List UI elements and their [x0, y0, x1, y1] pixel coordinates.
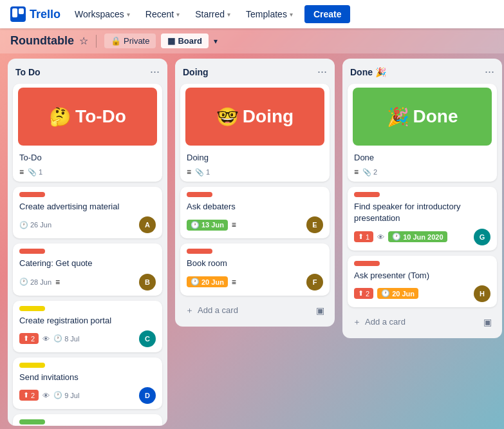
add-card-doing[interactable]: ＋ Add a card ▣ — [180, 301, 330, 320]
card-ask-debaters-title: Ask debaters — [187, 201, 323, 213]
svg-rect-2 — [19, 8, 24, 14]
starred-button[interactable]: Starred ▾ — [189, 5, 237, 23]
navbar: Trello Workspaces ▾ Recent ▾ Starred ▾ T… — [0, 0, 504, 28]
trello-logo-icon — [10, 6, 26, 22]
card-label-red — [187, 192, 212, 197]
date-item: 🕐 9 Jul — [53, 391, 79, 399]
avatar: G — [474, 229, 490, 245]
card-book-room[interactable]: Book room 🕐 20 Jun ≡ F — [180, 243, 330, 295]
date-item-orange: 🕐 20 Jun — [187, 276, 228, 287]
privacy-label: Private — [124, 36, 149, 46]
column-done-menu-icon[interactable]: ··· — [485, 65, 494, 79]
vote-icon: ⬆ — [358, 233, 364, 241]
plus-icon: ＋ — [353, 316, 361, 328]
card-cover-done: 🎉 Done — [353, 88, 492, 146]
column-doing-title: Doing — [183, 67, 209, 77]
lines-icon: ≡ — [19, 167, 24, 176]
card-find-speaker[interactable]: Find speaker for introductory presentati… — [348, 187, 497, 250]
vote-badge: ⬆ 2 — [19, 333, 39, 344]
board-view-chevron-icon[interactable]: ▾ — [214, 37, 218, 46]
paperclip-icon: 📎 — [195, 168, 204, 176]
card-invitations-title: Send invitations — [19, 372, 156, 383]
card-ask-debaters-meta: 🕐 13 Jun ≡ E — [187, 216, 323, 233]
templates-chevron-icon: ▾ — [290, 11, 293, 18]
eye-badge: 👁 — [42, 392, 50, 399]
card-todo-title: To-Do — [19, 152, 156, 164]
card-catering[interactable]: Catering: Get quote 🕐 28 Jun ≡ B — [13, 243, 162, 295]
vote-badge: ⬆ 2 — [19, 390, 39, 401]
template-icon: ▣ — [483, 317, 492, 327]
card-label-yellow — [19, 363, 45, 368]
lines-icon: ≡ — [232, 220, 236, 229]
column-todo: To Do ··· 🤔 To-Do To-Do ≡ 📎 1 Create adv… — [8, 59, 167, 426]
date-item: 🕐 28 Jun — [19, 278, 51, 286]
card-book-room-meta: 🕐 20 Jun ≡ F — [187, 274, 323, 291]
card-create-ad[interactable]: Create advertising material 🕐 26 Jun A — [13, 187, 162, 238]
date-item-orange: 🕐 20 Jun — [377, 288, 418, 299]
column-done-header: Done 🎉 ··· — [348, 65, 497, 79]
card-invitations-meta: ⬆ 2 👁 🕐 9 Jul D — [19, 387, 156, 404]
board-view-button[interactable]: ▦ Board — [161, 33, 209, 48]
create-button[interactable]: Create — [304, 5, 351, 23]
clock-icon: 🕐 — [381, 289, 390, 298]
clock-icon: 🕐 — [53, 334, 62, 343]
card-ask-debaters[interactable]: Ask debaters 🕐 13 Jun ≡ E — [180, 187, 330, 238]
card-done-meta: ≡ 📎 2 — [354, 167, 490, 176]
recent-button[interactable]: Recent ▾ — [139, 5, 186, 23]
svg-rect-1 — [12, 8, 17, 17]
card-done-cover[interactable]: 🎉 Done Done ≡ 📎 2 — [348, 84, 497, 182]
attachment-badge: 📎 2 — [362, 168, 377, 176]
card-todo-cover[interactable]: 🤔 To-Do To-Do ≡ 📎 1 — [13, 84, 162, 182]
star-icon[interactable]: ☆ — [79, 35, 88, 47]
card-registration[interactable]: Create registration portal ⬆ 2 👁 🕐 8 Jul… — [13, 301, 162, 352]
vote-badge: ⬆ 1 — [354, 231, 373, 242]
plus-icon: ＋ — [185, 305, 194, 316]
templates-button[interactable]: Templates ▾ — [239, 5, 299, 23]
starred-chevron-icon: ▾ — [227, 11, 230, 18]
privacy-button[interactable]: 🔒 Private — [104, 33, 156, 48]
column-doing-menu-icon[interactable]: ··· — [317, 65, 327, 79]
clock-icon: 🕐 — [19, 278, 28, 286]
recent-chevron-icon: ▾ — [176, 11, 180, 18]
clock-icon: 🕐 — [392, 233, 401, 241]
card-label-red — [354, 192, 380, 197]
workspaces-button[interactable]: Workspaces ▾ — [68, 5, 136, 23]
trello-logo: Trello — [5, 6, 66, 22]
eye-icon: 👁 — [42, 392, 50, 399]
card-invitations[interactable]: Send invitations ⬆ 2 👁 🕐 9 Jul D — [13, 358, 162, 409]
lines-icon: ≡ — [55, 278, 60, 287]
eye-badge: 👁 — [42, 335, 50, 343]
board-icon: ▦ — [167, 36, 175, 46]
vote-icon: ⬆ — [23, 391, 29, 399]
clock-icon: 🕐 — [19, 221, 28, 229]
eye-badge: 👁 — [377, 233, 384, 241]
card-doing-cover[interactable]: 🤓 Doing Doing ≡ 📎 1 — [180, 84, 330, 182]
column-todo-title: To Do — [15, 67, 41, 77]
header-divider — [96, 35, 97, 48]
card-catering-title: Catering: Get quote — [19, 258, 156, 269]
card-registration-meta: ⬆ 2 👁 🕐 8 Jul C — [19, 330, 156, 347]
attachment-badge: 📎 1 — [28, 168, 42, 176]
clock-icon: 🕐 — [191, 278, 200, 286]
card-technology[interactable]: Technology for discussion — [13, 414, 162, 426]
column-todo-menu-icon[interactable]: ··· — [150, 65, 160, 79]
attachment-badge: 📎 1 — [195, 168, 210, 176]
card-ask-presenter-meta: ⬆ 2 🕐 20 Jun H — [354, 285, 490, 302]
eye-icon: 👁 — [377, 233, 384, 241]
eye-icon: 👁 — [42, 335, 50, 343]
card-done-title: Done — [354, 152, 490, 164]
card-label-yellow — [19, 306, 45, 311]
card-label-red — [187, 249, 212, 254]
card-create-ad-title: Create advertising material — [19, 201, 156, 213]
card-ask-presenter-title: Ask presenter (Tom) — [354, 270, 490, 281]
card-create-ad-meta: 🕐 26 Jun A — [19, 216, 156, 233]
date-item: 🕐 26 Jun — [19, 221, 51, 229]
card-ask-presenter[interactable]: Ask presenter (Tom) ⬆ 2 🕐 20 Jun H — [348, 256, 497, 307]
column-todo-header: To Do ··· — [13, 65, 162, 79]
add-card-done[interactable]: ＋ Add a card ▣ — [348, 312, 497, 332]
lines-icon: ≡ — [187, 167, 191, 176]
card-doing-meta: ≡ 📎 1 — [187, 167, 323, 176]
avatar: H — [474, 285, 490, 302]
board-header: Roundtable ☆ 🔒 Private ▦ Board ▾ — [0, 28, 504, 53]
card-find-speaker-meta: ⬆ 1 👁 🕐 10 Jun 2020 G — [354, 229, 490, 245]
